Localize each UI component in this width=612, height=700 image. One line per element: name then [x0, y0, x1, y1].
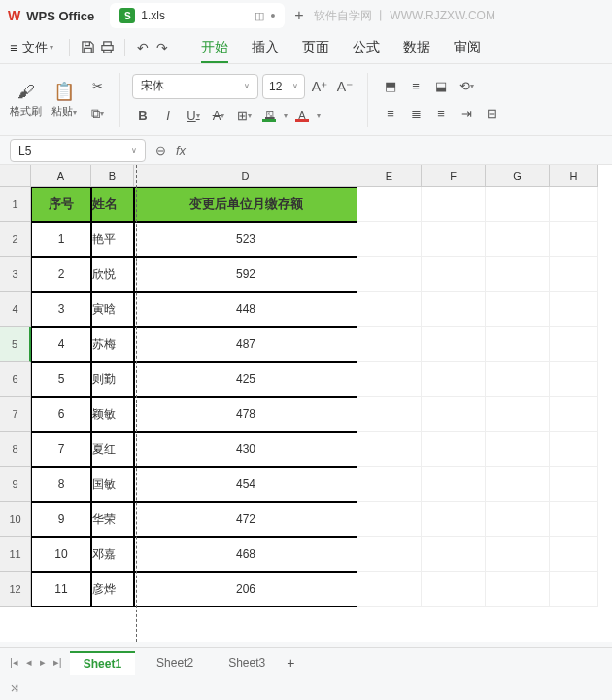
tab-insert[interactable]: 插入	[240, 33, 290, 62]
sheet-tab-1[interactable]: Sheet1	[70, 651, 135, 675]
cell-F12[interactable]	[422, 572, 486, 607]
align-center-icon[interactable]: ≣	[405, 103, 426, 124]
tab-start[interactable]: 开始	[189, 33, 240, 62]
tab-close-icon[interactable]: •	[270, 8, 275, 23]
add-sheet-icon[interactable]: +	[287, 655, 294, 671]
cell-A4[interactable]: 3	[31, 292, 91, 327]
cell-B1[interactable]: 姓名	[91, 187, 134, 222]
cell-E10[interactable]	[357, 502, 422, 537]
cell-G4[interactable]	[486, 292, 550, 327]
cell-A7[interactable]: 6	[31, 397, 91, 432]
decrease-font-icon[interactable]: A⁻	[334, 76, 356, 97]
sheet-tab-3[interactable]: Sheet3	[215, 652, 279, 674]
cell-B2[interactable]: 艳平	[91, 222, 134, 257]
cell-H10[interactable]	[550, 502, 598, 537]
cell-D3[interactable]: 592	[134, 257, 357, 292]
tab-data[interactable]: 数据	[391, 33, 442, 62]
col-header-A[interactable]: A	[31, 165, 91, 187]
col-header-E[interactable]: E	[357, 165, 422, 187]
col-header-H[interactable]: H	[550, 165, 598, 187]
row-header-7[interactable]: 7	[0, 397, 31, 432]
cell-E9[interactable]	[357, 467, 422, 502]
cell-B9[interactable]: 国敏	[91, 467, 134, 502]
new-tab-button[interactable]: +	[294, 7, 303, 24]
cell-A9[interactable]: 8	[31, 467, 91, 502]
row-header-12[interactable]: 12	[0, 572, 31, 607]
cell-H9[interactable]	[550, 467, 598, 502]
align-bottom-icon[interactable]: ⬓	[430, 76, 452, 97]
cell-B11[interactable]: 邓嘉	[91, 537, 134, 572]
cell-B10[interactable]: 华荣	[91, 502, 134, 537]
cell-E3[interactable]	[357, 257, 422, 292]
cell-A8[interactable]: 7	[31, 432, 91, 467]
row-header-2[interactable]: 2	[0, 222, 31, 257]
row-header-9[interactable]: 9	[0, 467, 31, 502]
cell-B12[interactable]: 彦烨	[91, 572, 134, 607]
sheet-nav-last-icon[interactable]: ▸|	[53, 656, 62, 669]
copy-icon[interactable]: ⧉▾	[86, 103, 108, 124]
cell-F5[interactable]	[422, 327, 486, 362]
sheet-nav-next-icon[interactable]: ▸	[40, 656, 46, 669]
cell-E7[interactable]	[357, 397, 422, 432]
cell-E4[interactable]	[357, 292, 422, 327]
row-header-5[interactable]: 5	[0, 327, 31, 362]
italic-button[interactable]: I	[157, 105, 179, 126]
document-tab[interactable]: S 1.xls ◫ •	[110, 3, 285, 28]
col-header-B[interactable]: B	[91, 165, 134, 187]
cell-B6[interactable]: 则勤	[91, 362, 134, 397]
cell-A10[interactable]: 9	[31, 502, 91, 537]
cell-D9[interactable]: 454	[134, 467, 357, 502]
increase-font-icon[interactable]: A⁺	[309, 76, 330, 97]
cell-H11[interactable]	[550, 537, 598, 572]
cell-G11[interactable]	[486, 537, 550, 572]
fx-icon[interactable]: fx	[176, 143, 186, 158]
col-header-F[interactable]: F	[422, 165, 486, 187]
cell-B8[interactable]: 夏红	[91, 432, 134, 467]
cell-G7[interactable]	[486, 397, 550, 432]
bold-button[interactable]: B	[132, 105, 153, 126]
cell-D4[interactable]: 448	[134, 292, 357, 327]
tab-dup-icon[interactable]: ◫	[255, 10, 264, 22]
cell-F8[interactable]	[422, 432, 486, 467]
cell-F7[interactable]	[422, 397, 486, 432]
cell-A5[interactable]: 4	[31, 327, 91, 362]
cell-B5[interactable]: 苏梅	[91, 327, 134, 362]
cell-H3[interactable]	[550, 257, 598, 292]
cell-D7[interactable]: 478	[134, 397, 357, 432]
format-brush-button[interactable]: 🖌 格式刷	[10, 82, 42, 119]
cell-E2[interactable]	[357, 222, 422, 257]
font-color-button[interactable]: A	[291, 105, 313, 126]
col-header-D[interactable]: D	[134, 165, 357, 187]
row-header-6[interactable]: 6	[0, 362, 31, 397]
cell-H4[interactable]	[550, 292, 598, 327]
cell-A1[interactable]: 序号	[31, 187, 91, 222]
cell-H1[interactable]	[550, 187, 598, 222]
sheet-nav-first-icon[interactable]: |◂	[10, 656, 18, 669]
cell-G2[interactable]	[486, 222, 550, 257]
cell-D5[interactable]: 487	[134, 327, 357, 362]
cut-icon[interactable]: ✂	[86, 76, 108, 97]
cancel-icon[interactable]: ⊖	[155, 143, 166, 158]
cell-F6[interactable]	[422, 362, 486, 397]
cell-G1[interactable]	[486, 187, 550, 222]
hamburger-icon[interactable]: ≡	[10, 40, 17, 55]
merge-icon[interactable]: ⊟	[481, 103, 502, 124]
tab-review[interactable]: 审阅	[442, 33, 493, 62]
cell-H8[interactable]	[550, 432, 598, 467]
cell-D8[interactable]: 430	[134, 432, 357, 467]
cell-E8[interactable]	[357, 432, 422, 467]
cell-A6[interactable]: 5	[31, 362, 91, 397]
align-left-icon[interactable]: ≡	[380, 103, 401, 124]
cell-A11[interactable]: 10	[31, 537, 91, 572]
cell-D6[interactable]: 425	[134, 362, 357, 397]
align-top-icon[interactable]: ⬒	[380, 76, 401, 97]
select-all-corner[interactable]	[0, 165, 31, 187]
row-header-1[interactable]: 1	[0, 187, 31, 222]
cell-B4[interactable]: 寅晗	[91, 292, 134, 327]
cell-E6[interactable]	[357, 362, 422, 397]
tab-formula[interactable]: 公式	[341, 33, 391, 62]
font-select[interactable]: 宋体∨	[132, 74, 258, 99]
cell-F9[interactable]	[422, 467, 486, 502]
row-header-3[interactable]: 3	[0, 257, 31, 292]
cell-F1[interactable]	[422, 187, 486, 222]
